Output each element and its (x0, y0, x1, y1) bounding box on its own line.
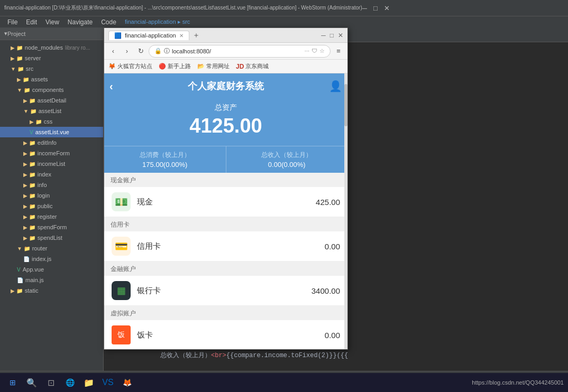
account-amount-bank: 3400.00 (312, 286, 340, 295)
back-button[interactable]: ‹ (107, 45, 119, 57)
back-btn[interactable]: ‹ (109, 80, 113, 92)
sidebar-item-register[interactable]: ▶ 📁 register (0, 211, 103, 222)
minimize-btn[interactable]: ─ (362, 4, 367, 12)
menu-edit[interactable]: Edit (22, 18, 41, 26)
folder-icon: ▶ 📁 (23, 225, 35, 230)
spend-value: 175.00(0.00%) (106, 161, 224, 169)
star-icon[interactable]: ☆ (319, 48, 325, 54)
refresh-button[interactable]: ↻ (135, 45, 146, 57)
sidebar-item-static[interactable]: ▶ 📁 static (0, 285, 103, 296)
sidebar-item-assetlist-vue[interactable]: V assetList.vue (0, 127, 103, 137)
address-bar[interactable]: 🔒 ⓘ localhost:8080/ ··· 🛡 ☆ (149, 45, 331, 58)
sidebar-item-index[interactable]: ▶ 📁 index (0, 169, 103, 180)
forward-button[interactable]: › (121, 45, 133, 57)
sidebar-item-public[interactable]: ▶ 📁 public (0, 201, 103, 211)
section-title-cash: 现金账户 (104, 173, 347, 187)
folder-icon: ▶ 📁 (23, 161, 35, 167)
section-title-virtual: 虚拟账户 (104, 306, 347, 320)
credit-icon: 💳 (112, 237, 131, 256)
title-bar-text: financial-application [D:\毕业系统\原来\financ… (4, 4, 362, 12)
sidebar-item-components[interactable]: ▼ 📁 components (0, 85, 103, 95)
scrollbar[interactable] (344, 73, 347, 349)
spend-stat: 总消费（较上月） 175.00(0.00%) (104, 146, 226, 173)
bookmark-jd[interactable]: JD 京东商城 (236, 62, 269, 70)
sidebar-item-assetlist[interactable]: ▼ 📁 assetList (0, 106, 103, 116)
income-value: 0.00(0.00%) (228, 161, 346, 169)
sidebar-item-node-modules[interactable]: ▶ 📁 node_modules library ro... (0, 42, 103, 53)
menu-view[interactable]: View (41, 18, 63, 26)
user-icon[interactable]: 👤 (329, 80, 342, 92)
taskbar: ⊞ 🔍 ⊡ 🌐 📁 VS 🦊 https://blog.csdn.net/QQ3… (0, 373, 568, 392)
income-stat: 总收入（较上月） 0.00(0.00%) (226, 146, 348, 173)
shield-icon: 🛡 (312, 48, 317, 54)
taskbar-edge-btn[interactable]: 🌐 (61, 375, 78, 390)
folder-icon: ▶ 📁 (17, 77, 29, 82)
browser-win-controls: ─ □ ✕ (321, 32, 343, 39)
title-bar: financial-application [D:\毕业系统\原来\financ… (0, 0, 568, 16)
account-amount-credit: 0.00 (325, 242, 340, 251)
taskbar-windows-btn[interactable]: ⊞ (4, 375, 21, 390)
taskbar-search-btn[interactable]: 🔍 (23, 375, 40, 390)
sidebar-item-login[interactable]: ▶ 📁 login (0, 190, 103, 201)
app-header: ‹ 个人家庭财务系统 👤 (104, 73, 347, 99)
section-title-credit: 信用卡 (104, 217, 347, 231)
taskbar-task-view[interactable]: ⊡ (42, 375, 59, 390)
menu-code[interactable]: Code (97, 18, 121, 26)
sidebar-item-spendlist[interactable]: ▶ 📁 spendList (0, 232, 103, 243)
bookmark-newbie[interactable]: 🔴 新手上路 (159, 62, 191, 70)
address-icon2: ⓘ (164, 47, 170, 55)
section-title-bank: 金融账户 (104, 262, 347, 276)
menu-file[interactable]: File (3, 18, 22, 26)
sidebar-item-server[interactable]: ▶ 📁 server (0, 53, 103, 63)
total-amount: 4125.00 (104, 115, 347, 137)
sidebar-item-assets[interactable]: ▶ 📁 assets (0, 74, 103, 85)
menu-navigate[interactable]: Navigate (63, 18, 97, 26)
bookmark-firefox[interactable]: 🦊 火狐官方站点 (108, 62, 152, 70)
more-button[interactable]: ≡ (333, 45, 344, 57)
sidebar-item-app-vue[interactable]: V App.vue (0, 264, 103, 275)
browser-restore-btn[interactable]: □ (330, 32, 334, 39)
folder-icon: ▶ 📁 (23, 235, 35, 241)
sidebar-item-info[interactable]: ▶ 📁 info (0, 180, 103, 190)
folder-icon: ▶ 📁 (23, 193, 35, 199)
account-item-meal[interactable]: 饭 饭卡 0.00 (104, 320, 347, 349)
browser-tab-close[interactable]: ✕ (179, 33, 184, 39)
security-icon: 🔒 (154, 48, 162, 54)
account-item-cash[interactable]: 💵 现金 425.00 (104, 187, 347, 217)
browser-titlebar: 🟦 financial-application ✕ ＋ ─ □ ✕ (104, 28, 347, 43)
stats-row: 总消费（较上月） 175.00(0.00%) 总收入（较上月） 0.00(0.0… (104, 146, 347, 173)
taskbar-vs-btn[interactable]: VS (99, 375, 116, 390)
bookmark-icon: JD (236, 63, 244, 70)
sidebar-item-incomelist[interactable]: ▶ 📁 incomeList (0, 158, 103, 169)
browser-minimize-btn[interactable]: ─ (321, 32, 326, 39)
bookmark-icon: 🦊 (108, 63, 116, 70)
account-item-credit[interactable]: 💳 信用卡 0.00 (104, 231, 347, 262)
sidebar-item-css[interactable]: ▶ 📁 css (0, 116, 103, 127)
sidebar-item-index-js[interactable]: 📄 index.js (0, 254, 103, 264)
income-label: 总收入（较上月） (228, 151, 346, 160)
taskbar-explorer-btn[interactable]: 📁 (80, 375, 97, 390)
folder-icon: ▼ 📁 (23, 108, 36, 114)
new-tab-button[interactable]: ＋ (193, 31, 200, 40)
bookmark-common[interactable]: 📂 常用网址 (197, 62, 230, 70)
scrollbar-thumb[interactable] (344, 84, 347, 126)
sidebar-item-editinfo[interactable]: ▶ 📁 editInfo (0, 137, 103, 148)
account-name-cash: 现金 (137, 197, 316, 207)
maximize-btn[interactable]: □ (373, 4, 378, 12)
close-btn[interactable]: ✕ (384, 4, 390, 12)
sidebar-item-incomeform[interactable]: ▶ 📁 incomeForm (0, 148, 103, 158)
sidebar-item-src[interactable]: ▼ 📁 src (0, 63, 103, 74)
sidebar-item-assetdetail[interactable]: ▶ 📁 assetDetail (0, 95, 103, 106)
sidebar-item-spendform[interactable]: ▶ 📁 spendForm (0, 222, 103, 232)
folder-icon: ▶ 📁 (23, 140, 35, 146)
project-breadcrumb: financial-application ▸ src (125, 18, 190, 25)
folder-icon: ▶ 📁 (11, 55, 23, 61)
browser-tab-active[interactable]: 🟦 financial-application ✕ (108, 31, 189, 40)
sidebar-item-main-js[interactable]: 📄 main.js (0, 275, 103, 285)
browser-close-btn[interactable]: ✕ (338, 32, 343, 39)
vue-file-icon: V (30, 129, 33, 135)
sidebar-item-router[interactable]: ▼ 📁 router (0, 243, 103, 254)
taskbar-firefox-btn[interactable]: 🦊 (118, 375, 135, 390)
browser-tab-favicon: 🟦 (114, 32, 122, 39)
account-item-bank[interactable]: ▦ 银行卡 3400.00 (104, 276, 347, 306)
